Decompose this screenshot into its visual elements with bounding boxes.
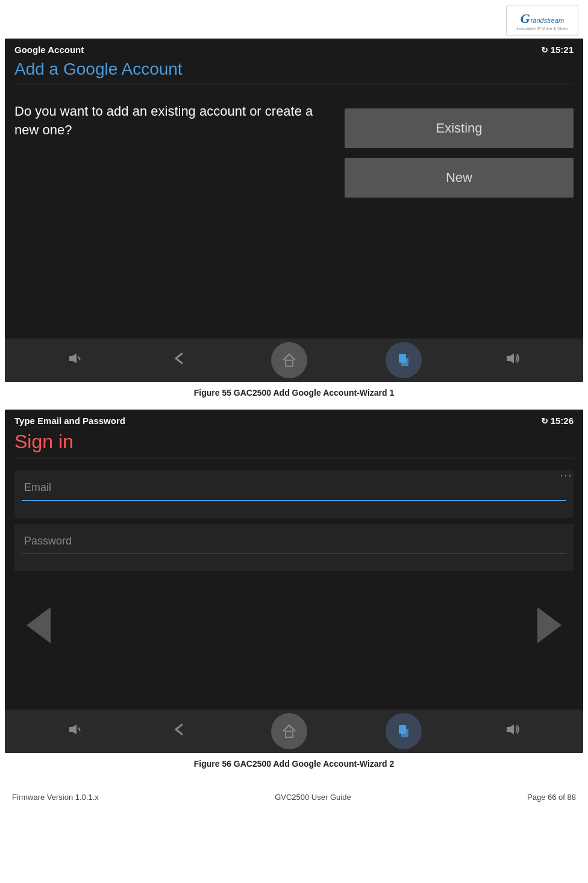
logo-area: G randstream Innovative IP Voice & Video — [0, 0, 588, 39]
svg-line-7 — [78, 728, 80, 731]
svg-rect-8 — [286, 731, 293, 737]
screen2-nav-bar — [5, 710, 583, 753]
footer-page: Page 66 of 88 — [527, 793, 576, 802]
screen2-back-icon[interactable] — [166, 716, 193, 746]
screen2-vol-down-icon[interactable] — [62, 716, 89, 746]
existing-button[interactable]: Existing — [345, 108, 574, 148]
screen1-back-icon[interactable] — [166, 345, 193, 375]
screen2-header: Type Email and Password ↻ 15:26 — [5, 410, 583, 429]
screen1-question-text: Do you want to add an existing account o… — [14, 102, 327, 140]
screen1-container: Google Account ↻ 15:21 Add a Google Acco… — [5, 39, 583, 382]
svg-line-1 — [78, 357, 80, 360]
email-input-wrapper — [14, 470, 574, 518]
screen2-signin-title: Sign in — [5, 429, 583, 458]
footer-firmware: Firmware Version 1.0.1.x — [12, 793, 99, 802]
figure2-caption: Figure 56 GAC2500 Add Google Account-Wiz… — [0, 753, 588, 775]
screen1-home-button[interactable] — [271, 342, 307, 378]
page-footer: Firmware Version 1.0.1.x GVC2500 User Gu… — [0, 775, 588, 811]
screen1-time: ↻ 15:21 — [541, 45, 574, 55]
screen2-home-button[interactable] — [271, 713, 307, 749]
logo-letter: G — [521, 11, 530, 27]
svg-rect-4 — [401, 358, 408, 366]
screen1-buttons: Existing New — [345, 102, 574, 198]
screen2-recent-button[interactable] — [386, 713, 422, 749]
svg-marker-5 — [507, 354, 514, 363]
next-arrow-button[interactable] — [531, 607, 568, 643]
figure1-caption: Figure 55 GAC2500 Add Google Account-Wiz… — [0, 382, 588, 404]
logo-tagline: Innovative IP Voice & Video — [516, 27, 568, 31]
screen2-vol-up-icon[interactable] — [499, 716, 526, 746]
svg-marker-6 — [69, 725, 77, 734]
logo-brand: randstream — [531, 17, 565, 24]
screen2-arrow-nav — [14, 577, 574, 655]
footer-guide: GVC2500 User Guide — [275, 793, 351, 802]
screen1-header: Google Account ↻ 15:21 — [5, 39, 583, 58]
time-refresh-icon: ↻ — [541, 45, 548, 55]
screen1-subtitle: Add a Google Account — [5, 58, 583, 84]
svg-rect-2 — [286, 360, 293, 366]
screen1-header-title: Google Account — [14, 45, 84, 55]
screen2-header-title: Type Email and Password — [14, 416, 125, 426]
time2-refresh-icon: ↻ — [541, 416, 548, 426]
svg-marker-0 — [69, 354, 77, 363]
screen2-container: Type Email and Password ↻ 15:26 Sign in … — [5, 410, 583, 753]
screen2-time-value: 15:26 — [551, 416, 574, 426]
screen2-time: ↻ 15:26 — [541, 416, 574, 426]
screen1-body: Do you want to add an existing account o… — [5, 84, 583, 210]
new-button[interactable]: New — [345, 158, 574, 198]
svg-marker-11 — [507, 725, 514, 734]
next-arrow-icon — [537, 607, 561, 643]
screen1-vol-down-icon[interactable] — [62, 345, 89, 375]
email-input[interactable] — [22, 475, 566, 501]
screen2-menu-dots[interactable]: ⋮ — [559, 470, 574, 483]
screen2-body — [5, 458, 583, 667]
svg-rect-10 — [401, 729, 408, 737]
screen1-time-value: 15:21 — [551, 45, 574, 55]
screen1-question-area: Do you want to add an existing account o… — [14, 102, 333, 198]
screen1-vol-up-icon[interactable] — [499, 345, 526, 375]
password-input-wrapper — [14, 524, 574, 571]
screen1-recent-button[interactable] — [386, 342, 422, 378]
password-input[interactable] — [22, 529, 566, 554]
screen1-nav-bar — [5, 339, 583, 382]
prev-arrow-icon — [27, 607, 51, 643]
grandstream-logo: G randstream Innovative IP Voice & Video — [506, 5, 578, 36]
prev-arrow-button[interactable] — [20, 607, 57, 643]
